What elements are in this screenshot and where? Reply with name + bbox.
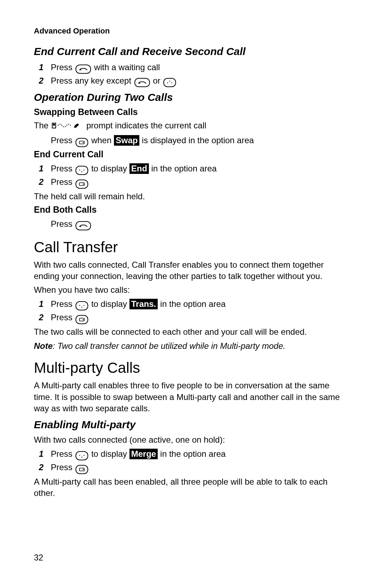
text-fragment: to display	[89, 299, 129, 309]
svg-point-21	[84, 455, 85, 456]
step-item: 2 Press	[34, 461, 347, 474]
inverse-label: End	[129, 163, 149, 174]
note-text: : Two call transfer cannot be utilized w…	[53, 341, 285, 351]
end-key-icon	[75, 221, 91, 230]
transfer-p3: The two calls will be connected to each …	[34, 326, 347, 338]
end-both-line: Press	[34, 218, 347, 230]
svg-point-4	[171, 83, 173, 84]
inverse-label: Swap	[114, 135, 140, 146]
steps-end-and-receive: 1 Press with a waiting call 2 Press any …	[34, 61, 347, 87]
text-fragment: Press	[51, 462, 75, 472]
heading-call-transfer: Call Transfer	[34, 239, 347, 256]
step-item: 1 Press to display End in the option are…	[34, 162, 347, 175]
svg-point-24	[83, 469, 84, 470]
step-text: or	[151, 76, 163, 85]
step-number: 2	[39, 74, 43, 87]
svg-point-17	[81, 307, 83, 308]
step-item: 1 Press to display Merge in the option a…	[34, 448, 347, 460]
svg-point-0	[80, 69, 81, 70]
step-text: Press any key except	[51, 76, 134, 85]
heading-enable-multi: Enabling Multi-party	[34, 419, 347, 431]
page-number: 32	[34, 553, 43, 563]
svg-point-16	[84, 305, 85, 306]
inverse-label: Merge	[129, 449, 158, 459]
step-text: with a waiting call	[92, 62, 160, 72]
step-item: 2 Press	[34, 176, 347, 189]
end-current-after: The held call will remain held.	[34, 191, 347, 202]
step-item: 1 Press with a waiting call	[34, 61, 347, 74]
step-number: 2	[39, 176, 43, 188]
step-item: 2 Press	[34, 311, 347, 324]
svg-point-14	[80, 226, 81, 227]
transfer-note: Note: Two call transfer cannot be utiliz…	[34, 341, 347, 351]
text-fragment: Press	[51, 313, 75, 322]
running-header: Advanced Operation	[34, 26, 347, 36]
nav-down-key-icon	[75, 301, 88, 310]
step-item: 1 Press to display Trans. in the option …	[34, 298, 347, 310]
note-label: Note	[34, 341, 53, 351]
svg-point-19	[83, 319, 84, 320]
transfer-p1: With two calls connected, Call Transfer …	[34, 259, 347, 282]
text-fragment: to display	[89, 164, 129, 173]
svg-point-15	[79, 305, 80, 306]
svg-point-11	[81, 171, 83, 172]
multi-p1: A Multi-party call enables three to five…	[34, 380, 347, 414]
text-fragment: in the option area	[158, 449, 225, 459]
select-key-icon	[75, 180, 88, 189]
text-fragment: in the option area	[158, 299, 225, 309]
text-fragment: Press	[51, 177, 75, 187]
end-key-icon	[134, 78, 150, 87]
steps-enable-multi: 1 Press to display Merge in the option a…	[34, 448, 347, 474]
enable-p2: A Multi-party call has been enabled, all…	[34, 476, 347, 499]
swap-line1: The prompt indicates the current call	[34, 120, 347, 132]
text-fragment: is displayed in the option area	[139, 135, 254, 145]
text-fragment: Press	[51, 135, 75, 145]
svg-point-13	[83, 184, 84, 185]
steps-transfer: 1 Press to display Trans. in the option …	[34, 298, 347, 324]
heading-end-both: End Both Calls	[34, 205, 347, 215]
select-key-icon	[75, 138, 88, 147]
step-number: 1	[39, 61, 43, 74]
text-fragment: prompt indicates the current call	[84, 121, 206, 130]
text-fragment: in the option area	[149, 164, 217, 173]
swap-line2: Press when Swap is displayed in the opti…	[34, 134, 347, 147]
svg-point-22	[81, 457, 83, 458]
svg-point-2	[169, 81, 170, 82]
call-indicator-icon	[52, 121, 83, 132]
heading-multiparty: Multi-party Calls	[34, 359, 347, 376]
text-fragment: The	[34, 121, 51, 130]
nav-key-icon	[163, 78, 176, 87]
text-fragment: when	[89, 135, 114, 145]
svg-point-3	[167, 83, 168, 84]
svg-point-1	[139, 83, 140, 84]
text-fragment: Press	[51, 219, 75, 229]
svg-point-10	[84, 170, 85, 171]
step-item: 2 Press any key except or	[34, 74, 347, 87]
svg-point-8	[83, 142, 84, 143]
nav-down-key-icon	[75, 166, 88, 175]
end-key-icon	[75, 65, 91, 74]
step-number: 1	[39, 162, 43, 175]
heading-swap: Swapping Between Calls	[34, 107, 347, 117]
manual-page: Advanced Operation End Current Call and …	[0, 0, 381, 588]
svg-rect-6	[53, 124, 55, 126]
step-number: 1	[39, 298, 43, 310]
step-number: 1	[39, 448, 43, 460]
step-number: 2	[39, 461, 43, 474]
text-fragment: Press	[51, 449, 75, 459]
text-fragment: Press	[51, 299, 75, 309]
svg-point-20	[79, 455, 80, 456]
heading-two-calls: Operation During Two Calls	[34, 91, 347, 103]
transfer-p2: When you have two calls:	[34, 284, 347, 296]
enable-p1: With two calls connected (one active, on…	[34, 434, 347, 445]
heading-end-current: End Current Call	[34, 149, 347, 159]
nav-down-key-icon	[75, 451, 88, 460]
inverse-label: Trans.	[129, 299, 158, 309]
select-key-icon	[75, 465, 88, 474]
svg-point-9	[79, 170, 80, 171]
select-key-icon	[75, 315, 88, 324]
text-fragment: Press	[51, 164, 75, 173]
heading-end-and-receive: End Current Call and Receive Second Call	[34, 46, 347, 57]
step-number: 2	[39, 311, 43, 324]
step-text: Press	[51, 62, 75, 72]
